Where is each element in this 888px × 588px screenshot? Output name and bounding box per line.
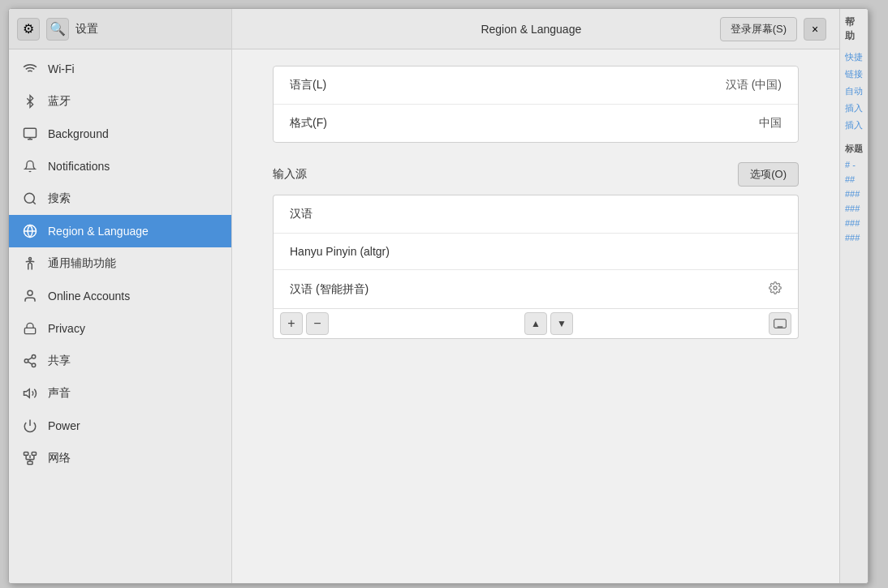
sidebar-item-privacy-label: Privacy: [48, 322, 85, 335]
svg-rect-20: [28, 461, 32, 465]
sidebar-items-list: Wi-Fi 蓝牙 Background Notifications: [9, 49, 231, 583]
online-accounts-icon: [22, 288, 38, 304]
format-row[interactable]: 格式(F) 中国: [274, 105, 798, 142]
input-item-chinese[interactable]: 汉语: [274, 195, 798, 234]
language-format-panel: 语言(L) 汉语 (中国) 格式(F) 中国: [273, 66, 799, 143]
privacy-icon: [22, 320, 38, 337]
settings-icon[interactable]: ⚙: [17, 18, 40, 41]
help-link-4[interactable]: 插入: [845, 102, 863, 114]
down-icon: ▼: [557, 318, 567, 329]
language-row[interactable]: 语言(L) 汉语 (中国): [274, 67, 798, 105]
remove-icon: −: [313, 316, 321, 331]
sidebar-item-network[interactable]: 网络: [9, 442, 231, 474]
keyboard-button[interactable]: [769, 312, 791, 335]
close-button[interactable]: ×: [804, 18, 826, 41]
sidebar-item-search-label: 搜索: [48, 191, 71, 206]
svg-point-26: [774, 286, 777, 290]
svg-line-15: [28, 358, 32, 360]
input-source-header: 输入源 选项(O): [273, 162, 799, 187]
add-input-button[interactable]: +: [280, 312, 303, 335]
help-heading-4[interactable]: ###: [845, 204, 863, 213]
help-heading-2[interactable]: ##: [845, 174, 863, 184]
sidebar: ⚙ 🔍 设置 Wi-Fi 蓝牙: [9, 9, 232, 583]
options-button[interactable]: 选项(O): [738, 162, 799, 187]
sidebar-item-background-label: Background: [48, 127, 109, 140]
language-value: 汉语 (中国): [726, 78, 782, 92]
svg-line-5: [32, 201, 35, 204]
help-title: 帮助: [845, 15, 863, 43]
sidebar-item-accessibility-label: 通用辅助功能: [48, 256, 116, 271]
input-item-pinyin[interactable]: Hanyu Pinyin (altgr): [274, 234, 798, 270]
svg-rect-19: [32, 453, 36, 456]
sharing-icon: [22, 353, 38, 369]
help-link-5[interactable]: 插入: [845, 119, 863, 131]
sidebar-item-region[interactable]: Region & Language: [9, 215, 231, 247]
main-content: Region & Language 登录屏幕(S) × 语言(L) 汉语 (中国…: [232, 9, 839, 583]
help-heading-3[interactable]: ###: [845, 189, 863, 199]
svg-line-14: [28, 362, 32, 364]
svg-point-4: [24, 193, 34, 203]
help-heading-1[interactable]: # -: [845, 160, 863, 170]
sidebar-title: 设置: [75, 22, 98, 36]
help-panel: 帮助 快捷 链接 自动 插入 插入 标题 # - ## ### ### ### …: [839, 9, 868, 583]
notifications-icon: [22, 158, 38, 174]
power-icon: [22, 418, 38, 434]
sidebar-item-sharing[interactable]: 共享: [9, 345, 231, 377]
sidebar-item-bluetooth-label: 蓝牙: [48, 94, 71, 109]
sidebar-item-wifi-label: Wi-Fi: [48, 62, 75, 75]
sidebar-item-region-label: Region & Language: [48, 225, 149, 238]
bluetooth-icon: [22, 93, 38, 109]
input-source-title: 输入源: [273, 167, 738, 182]
sidebar-item-notifications[interactable]: Notifications: [9, 150, 231, 182]
format-value: 中国: [759, 116, 782, 131]
sidebar-item-search[interactable]: 搜索: [9, 182, 231, 215]
sidebar-item-accessibility[interactable]: 通用辅助功能: [9, 247, 231, 280]
main-header: Region & Language 登录屏幕(S) ×: [232, 9, 839, 49]
sidebar-item-bluetooth[interactable]: 蓝牙: [9, 85, 231, 118]
svg-marker-16: [24, 389, 30, 398]
region-icon: [22, 223, 38, 239]
sidebar-item-sound[interactable]: 声音: [9, 377, 231, 410]
sidebar-item-wifi[interactable]: Wi-Fi: [9, 53, 231, 85]
search-sidebar-icon[interactable]: 🔍: [46, 18, 69, 41]
login-screen-button[interactable]: 登录屏幕(S): [720, 17, 797, 41]
move-down-button[interactable]: ▼: [550, 312, 573, 335]
help-section-title: 标题: [845, 143, 863, 155]
add-icon: +: [287, 316, 295, 331]
search-icon: [22, 191, 38, 207]
background-icon: [22, 126, 38, 142]
svg-point-9: [28, 290, 32, 295]
svg-point-13: [32, 363, 36, 367]
input-item-smart-pinyin[interactable]: 汉语 (智能拼音): [274, 270, 798, 308]
wifi-icon: [22, 61, 38, 77]
sidebar-item-privacy[interactable]: Privacy: [9, 312, 231, 345]
sidebar-item-notifications-label: Notifications: [48, 160, 110, 173]
svg-rect-10: [24, 328, 35, 333]
move-up-button[interactable]: ▲: [524, 312, 547, 335]
remove-input-button[interactable]: −: [306, 312, 329, 335]
format-label: 格式(F): [290, 116, 759, 131]
main-body: 语言(L) 汉语 (中国) 格式(F) 中国 输入源 选项(O) 汉语 Hany…: [232, 49, 839, 583]
input-item-chinese-label: 汉语: [290, 207, 782, 221]
help-link-1[interactable]: 快捷: [845, 51, 863, 63]
sidebar-item-background[interactable]: Background: [9, 118, 231, 150]
svg-point-12: [24, 359, 28, 363]
input-list: 汉语 Hanyu Pinyin (altgr) 汉语 (智能拼音): [273, 195, 799, 308]
network-icon: [22, 450, 38, 466]
sidebar-item-online-accounts[interactable]: Online Accounts: [9, 280, 231, 312]
sidebar-item-sharing-label: 共享: [48, 354, 71, 368]
svg-rect-18: [24, 453, 28, 456]
svg-point-8: [29, 258, 32, 260]
sound-icon: [22, 385, 38, 401]
svg-rect-1: [24, 128, 37, 137]
help-heading-5[interactable]: ###: [845, 218, 863, 228]
language-label: 语言(L): [290, 78, 726, 92]
help-link-3[interactable]: 自动: [845, 85, 863, 97]
main-title: Region & Language: [343, 23, 720, 36]
input-item-pinyin-label: Hanyu Pinyin (altgr): [290, 245, 782, 258]
sidebar-item-power[interactable]: Power: [9, 410, 231, 442]
gear-icon[interactable]: [769, 281, 782, 297]
help-link-2[interactable]: 链接: [845, 68, 863, 80]
sidebar-header: ⚙ 🔍 设置: [9, 9, 231, 49]
help-heading-6[interactable]: ###: [845, 233, 863, 242]
